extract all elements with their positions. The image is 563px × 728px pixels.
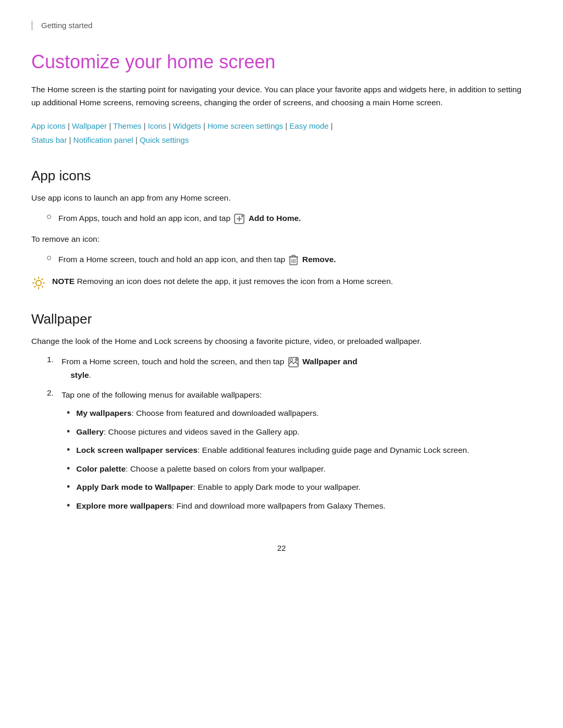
remove-icon-label: To remove an icon: [31,232,532,246]
wallpaper-steps: 1. From a Home screen, touch and hold th… [31,355,532,517]
sub-bullet-dot-4: • [67,462,70,475]
step-1-text: From a Home screen, touch and hold the s… [62,355,357,381]
bullet-circle-icon-2 [47,256,51,260]
app-icons-intro: Use app icons to launch an app from any … [31,191,532,205]
breadcrumb-container: Getting started [31,21,532,30]
nav-link-app-icons[interactable]: App icons [31,121,66,130]
svg-line-20 [34,278,36,280]
sub-bullet-dot-3: • [67,443,70,456]
note-box: NOTE Removing an icon does not delete th… [31,275,532,292]
sub-bullet-dark-mode: • Apply Dark mode to Wallpaper: Enable t… [67,480,469,494]
sub-bullet-dot-6: • [67,499,70,512]
sub-bullet-color-palette-text: Color palette: Choose a palette based on… [76,462,325,476]
nav-link-themes[interactable]: Themes [113,121,141,130]
sub-bullet-color-palette: • Color palette: Choose a palette based … [67,462,469,476]
sub-bullet-lock-screen: • Lock screen wallpaper services: Enable… [67,443,469,457]
bullet-remove: From a Home screen, touch and hold an ap… [31,253,532,266]
svg-point-25 [290,359,292,362]
bullet-remove-text: From a Home screen, touch and hold an ap… [58,253,336,266]
sub-bullet-gallery: • Gallery: Choose pictures and videos sa… [67,425,469,439]
nav-link-home-screen-settings[interactable]: Home screen settings [207,121,283,130]
page-number: 22 [31,544,532,552]
sub-bullet-dot-1: • [67,406,70,419]
sub-bullet-dark-mode-text: Apply Dark mode to Wallpaper: Enable to … [76,480,361,494]
add-to-home-icon [234,213,245,225]
bullet-add-to-home-text: From Apps, touch and hold an app icon, a… [58,212,301,225]
wallpaper-step-1: 1. From a Home screen, touch and hold th… [47,355,532,381]
sub-bullet-my-wallpapers: • My wallpapers: Choose from featured an… [67,406,469,420]
nav-link-status-bar[interactable]: Status bar [31,135,67,144]
page-title: Customize your home screen [31,51,532,73]
sub-bullet-explore-wallpapers-text: Explore more wallpapers: Find and downlo… [76,499,385,513]
wallpaper-style-icon [288,356,299,368]
wallpaper-step-2: 2. Tap one of the following menus for av… [47,388,532,518]
nav-links-container: App icons | Wallpaper | Themes | Icons |… [31,119,532,147]
wallpaper-sub-bullets: • My wallpapers: Choose from featured an… [62,406,469,512]
svg-line-22 [42,278,43,280]
sub-bullet-lock-screen-text: Lock screen wallpaper services: Enable a… [76,443,469,457]
note-content: NOTE Removing an icon does not delete th… [52,275,393,288]
trash-icon [288,254,299,266]
breadcrumb: Getting started [41,21,92,30]
nav-link-easy-mode[interactable]: Easy mode [289,121,328,130]
sub-bullet-dot-5: • [67,480,70,493]
bullet-add-to-home: From Apps, touch and hold an app icon, a… [31,212,532,225]
note-sun-icon [31,276,46,292]
step-2-text: Tap one of the following menus for avail… [62,388,469,518]
app-icons-section-title: App icons [31,168,532,184]
step-1-number: 1. [47,355,62,364]
step-2-number: 2. [47,388,62,398]
bullet-circle-icon [47,215,51,219]
sub-bullet-my-wallpapers-text: My wallpapers: Choose from featured and … [76,406,319,420]
nav-link-quick-settings[interactable]: Quick settings [140,135,189,144]
svg-point-15 [36,280,41,286]
nav-link-notification-panel[interactable]: Notification panel [74,135,133,144]
wallpaper-section-title: Wallpaper [31,311,532,327]
sub-bullet-gallery-text: Gallery: Choose pictures and videos save… [76,425,299,439]
svg-line-21 [42,286,43,288]
nav-link-widgets[interactable]: Widgets [173,121,201,130]
wallpaper-intro: Change the look of the Home and Lock scr… [31,335,532,348]
sub-bullet-explore-wallpapers: • Explore more wallpapers: Find and down… [67,499,469,513]
sub-bullet-dot-2: • [67,425,70,438]
svg-line-23 [34,286,36,288]
intro-paragraph: The Home screen is the starting point fo… [31,83,532,109]
nav-link-wallpaper[interactable]: Wallpaper [72,121,107,130]
nav-link-icons[interactable]: Icons [148,121,166,130]
